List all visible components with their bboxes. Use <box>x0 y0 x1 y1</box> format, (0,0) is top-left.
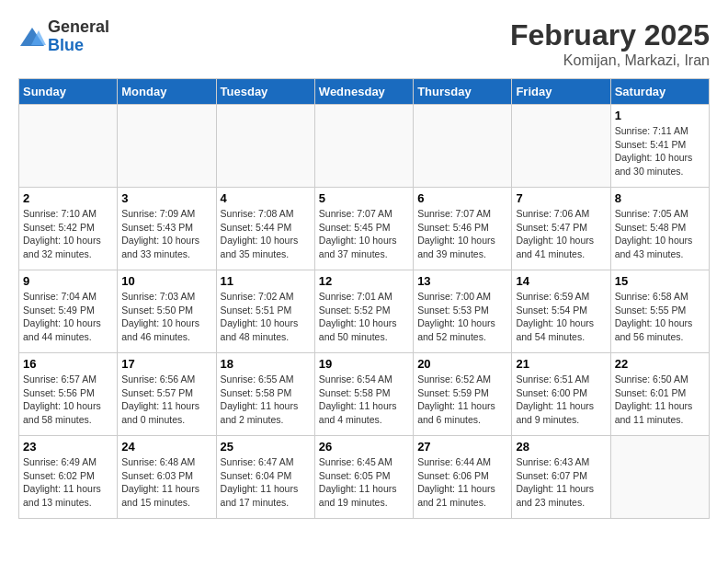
calendar-cell: 21Sunrise: 6:51 AM Sunset: 6:00 PM Dayli… <box>512 353 610 436</box>
calendar-cell: 17Sunrise: 6:56 AM Sunset: 5:57 PM Dayli… <box>118 353 216 436</box>
month-title: February 2025 <box>510 18 710 52</box>
calendar-table: SundayMondayTuesdayWednesdayThursdayFrid… <box>18 78 710 519</box>
calendar-cell: 26Sunrise: 6:45 AM Sunset: 6:05 PM Dayli… <box>314 436 413 519</box>
calendar-cell <box>610 436 709 519</box>
day-number: 5 <box>319 191 409 205</box>
logo-text: General Blue <box>48 18 109 55</box>
day-info: Sunrise: 6:51 AM Sunset: 6:00 PM Dayligh… <box>516 373 606 427</box>
calendar-cell: 3Sunrise: 7:09 AM Sunset: 5:43 PM Daylig… <box>118 188 216 270</box>
calendar-cell: 1Sunrise: 7:11 AM Sunset: 5:41 PM Daylig… <box>610 105 709 188</box>
page-header: General Blue February 2025 Komijan, Mark… <box>18 18 710 69</box>
day-info: Sunrise: 7:09 AM Sunset: 5:43 PM Dayligh… <box>121 207 211 261</box>
day-number: 27 <box>417 440 507 454</box>
day-number: 7 <box>516 191 606 205</box>
day-number: 4 <box>221 191 311 205</box>
calendar-cell: 20Sunrise: 6:52 AM Sunset: 5:59 PM Dayli… <box>414 353 512 436</box>
day-number: 22 <box>615 357 705 371</box>
day-info: Sunrise: 7:00 AM Sunset: 5:53 PM Dayligh… <box>417 290 507 344</box>
day-info: Sunrise: 7:08 AM Sunset: 5:44 PM Dayligh… <box>221 207 311 261</box>
day-number: 26 <box>319 440 409 454</box>
day-number: 11 <box>221 274 311 288</box>
day-info: Sunrise: 6:54 AM Sunset: 5:58 PM Dayligh… <box>319 373 409 427</box>
calendar-cell: 2Sunrise: 7:10 AM Sunset: 5:42 PM Daylig… <box>19 188 118 270</box>
calendar-cell: 22Sunrise: 6:50 AM Sunset: 6:01 PM Dayli… <box>610 353 709 436</box>
logo-general: General <box>48 18 109 37</box>
day-number: 13 <box>417 274 507 288</box>
calendar-cell: 25Sunrise: 6:47 AM Sunset: 6:04 PM Dayli… <box>216 436 314 519</box>
title-block: February 2025 Komijan, Markazi, Iran <box>510 18 710 69</box>
calendar-header-tuesday: Tuesday <box>216 79 314 105</box>
day-number: 28 <box>516 440 606 454</box>
calendar-cell <box>19 105 118 188</box>
day-number: 9 <box>23 274 113 288</box>
day-number: 10 <box>121 274 211 288</box>
calendar-week-5: 23Sunrise: 6:49 AM Sunset: 6:02 PM Dayli… <box>19 436 710 519</box>
day-info: Sunrise: 6:49 AM Sunset: 6:02 PM Dayligh… <box>23 455 113 510</box>
day-info: Sunrise: 6:58 AM Sunset: 5:55 PM Dayligh… <box>615 290 705 344</box>
calendar-week-2: 2Sunrise: 7:10 AM Sunset: 5:42 PM Daylig… <box>19 188 710 270</box>
day-info: Sunrise: 6:48 AM Sunset: 6:03 PM Dayligh… <box>121 455 211 510</box>
logo-icon <box>18 23 46 51</box>
calendar-header-row: SundayMondayTuesdayWednesdayThursdayFrid… <box>19 79 710 105</box>
day-number: 8 <box>615 191 705 205</box>
calendar-cell <box>414 105 512 188</box>
location-subtitle: Komijan, Markazi, Iran <box>510 52 710 69</box>
day-info: Sunrise: 6:47 AM Sunset: 6:04 PM Dayligh… <box>221 455 311 510</box>
calendar-cell: 11Sunrise: 7:02 AM Sunset: 5:51 PM Dayli… <box>216 270 314 353</box>
logo: General Blue <box>18 18 109 55</box>
calendar-header-wednesday: Wednesday <box>314 79 413 105</box>
day-number: 20 <box>417 357 507 371</box>
day-info: Sunrise: 7:11 AM Sunset: 5:41 PM Dayligh… <box>615 124 705 178</box>
day-info: Sunrise: 6:57 AM Sunset: 5:56 PM Dayligh… <box>23 373 113 427</box>
day-info: Sunrise: 7:07 AM Sunset: 5:46 PM Dayligh… <box>417 207 507 261</box>
day-info: Sunrise: 7:10 AM Sunset: 5:42 PM Dayligh… <box>23 207 113 261</box>
day-info: Sunrise: 6:56 AM Sunset: 5:57 PM Dayligh… <box>121 373 211 427</box>
calendar-cell: 6Sunrise: 7:07 AM Sunset: 5:46 PM Daylig… <box>414 188 512 270</box>
calendar-cell: 23Sunrise: 6:49 AM Sunset: 6:02 PM Dayli… <box>19 436 118 519</box>
day-number: 12 <box>319 274 409 288</box>
calendar-cell: 8Sunrise: 7:05 AM Sunset: 5:48 PM Daylig… <box>610 188 709 270</box>
day-info: Sunrise: 7:06 AM Sunset: 5:47 PM Dayligh… <box>516 207 606 261</box>
calendar-cell <box>314 105 413 188</box>
day-info: Sunrise: 7:05 AM Sunset: 5:48 PM Dayligh… <box>615 207 705 261</box>
calendar-header-friday: Friday <box>512 79 610 105</box>
calendar-header-sunday: Sunday <box>19 79 118 105</box>
calendar-cell: 7Sunrise: 7:06 AM Sunset: 5:47 PM Daylig… <box>512 188 610 270</box>
calendar-cell: 4Sunrise: 7:08 AM Sunset: 5:44 PM Daylig… <box>216 188 314 270</box>
day-number: 14 <box>516 274 606 288</box>
calendar-cell: 15Sunrise: 6:58 AM Sunset: 5:55 PM Dayli… <box>610 270 709 353</box>
calendar-week-4: 16Sunrise: 6:57 AM Sunset: 5:56 PM Dayli… <box>19 353 710 436</box>
calendar-cell: 12Sunrise: 7:01 AM Sunset: 5:52 PM Dayli… <box>314 270 413 353</box>
day-number: 23 <box>23 440 113 454</box>
calendar-cell: 5Sunrise: 7:07 AM Sunset: 5:45 PM Daylig… <box>314 188 413 270</box>
calendar-week-3: 9Sunrise: 7:04 AM Sunset: 5:49 PM Daylig… <box>19 270 710 353</box>
calendar-cell: 16Sunrise: 6:57 AM Sunset: 5:56 PM Dayli… <box>19 353 118 436</box>
day-info: Sunrise: 6:52 AM Sunset: 5:59 PM Dayligh… <box>417 373 507 427</box>
day-info: Sunrise: 6:50 AM Sunset: 6:01 PM Dayligh… <box>615 373 705 427</box>
day-number: 24 <box>121 440 211 454</box>
day-number: 15 <box>615 274 705 288</box>
day-number: 2 <box>23 191 113 205</box>
calendar-cell: 18Sunrise: 6:55 AM Sunset: 5:58 PM Dayli… <box>216 353 314 436</box>
day-number: 16 <box>23 357 113 371</box>
calendar-header-saturday: Saturday <box>610 79 709 105</box>
logo-blue: Blue <box>48 37 109 55</box>
day-number: 18 <box>221 357 311 371</box>
day-number: 6 <box>417 191 507 205</box>
day-number: 17 <box>121 357 211 371</box>
day-number: 3 <box>121 191 211 205</box>
day-info: Sunrise: 6:45 AM Sunset: 6:05 PM Dayligh… <box>319 455 409 510</box>
calendar-cell <box>216 105 314 188</box>
calendar-cell: 24Sunrise: 6:48 AM Sunset: 6:03 PM Dayli… <box>118 436 216 519</box>
calendar-cell <box>118 105 216 188</box>
calendar-cell: 27Sunrise: 6:44 AM Sunset: 6:06 PM Dayli… <box>414 436 512 519</box>
day-number: 21 <box>516 357 606 371</box>
day-info: Sunrise: 7:02 AM Sunset: 5:51 PM Dayligh… <box>221 290 311 344</box>
day-number: 19 <box>319 357 409 371</box>
day-info: Sunrise: 6:43 AM Sunset: 6:07 PM Dayligh… <box>516 455 606 510</box>
day-info: Sunrise: 7:01 AM Sunset: 5:52 PM Dayligh… <box>319 290 409 344</box>
calendar-cell: 14Sunrise: 6:59 AM Sunset: 5:54 PM Dayli… <box>512 270 610 353</box>
calendar-week-1: 1Sunrise: 7:11 AM Sunset: 5:41 PM Daylig… <box>19 105 710 188</box>
calendar-cell: 19Sunrise: 6:54 AM Sunset: 5:58 PM Dayli… <box>314 353 413 436</box>
calendar-header-monday: Monday <box>118 79 216 105</box>
